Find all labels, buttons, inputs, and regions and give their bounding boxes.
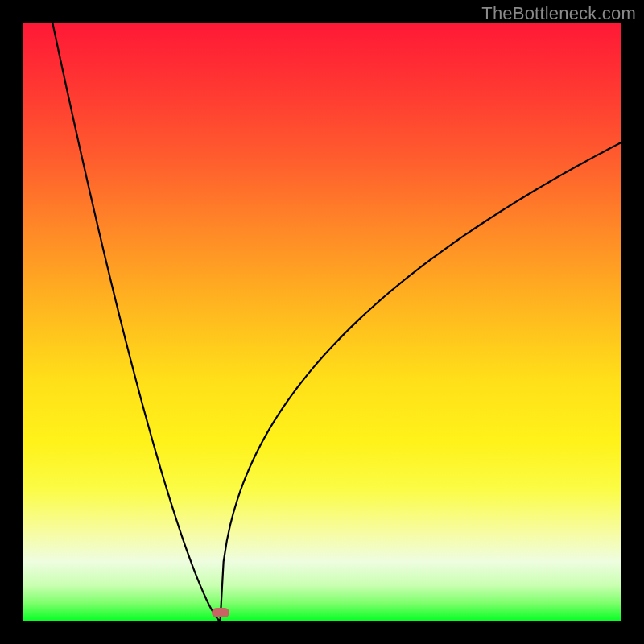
optimal-marker <box>212 608 229 617</box>
chart-frame: TheBottleneck.com <box>0 0 644 644</box>
bottleneck-curve <box>23 23 621 621</box>
watermark-text: TheBottleneck.com <box>481 3 636 24</box>
plot-area <box>23 23 621 621</box>
